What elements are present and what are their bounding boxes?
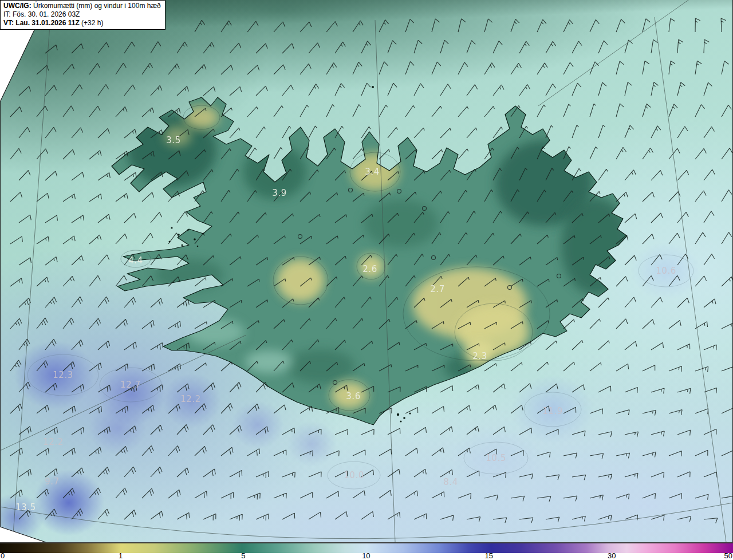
wind-barb	[546, 41, 556, 53]
wind-barb	[89, 64, 100, 74]
wind-barb	[177, 86, 188, 96]
wind-barb	[458, 405, 470, 413]
wind-barb	[230, 514, 242, 520]
wind-barb	[195, 65, 206, 75]
wind-barb	[669, 410, 682, 415]
wind-barb	[326, 491, 339, 498]
wind-barb	[651, 126, 661, 138]
wind-barb	[669, 61, 675, 74]
wind-barb	[203, 514, 216, 520]
wind-barb	[484, 405, 496, 413]
wind-barb	[63, 488, 74, 498]
wind-barb	[89, 275, 100, 286]
wind-barb	[247, 404, 259, 413]
wind-barb	[563, 104, 570, 117]
wind-barb	[484, 449, 497, 456]
wind-barb	[722, 366, 733, 372]
colorbar-tick: 5	[241, 552, 245, 560]
wind-barb	[590, 62, 599, 74]
wind-barb	[195, 446, 206, 456]
wind-barb	[546, 84, 556, 96]
wind-barb	[124, 342, 136, 350]
wind-barb	[651, 472, 664, 478]
wind-barb	[353, 105, 361, 117]
wind-barb	[10, 148, 21, 159]
wind-barb	[72, 297, 82, 307]
wind-barb	[10, 318, 22, 329]
wind-barb	[669, 148, 680, 159]
wind-barb	[10, 360, 21, 371]
colorbar-tick: 10	[362, 552, 370, 560]
wind-barb	[309, 429, 321, 435]
wind-barb	[203, 383, 215, 393]
wind-barb	[643, 320, 655, 329]
wind-barb	[19, 127, 30, 138]
wind-barb	[519, 41, 529, 53]
wind-barb	[467, 471, 479, 477]
wind-barb	[116, 194, 128, 202]
wind-barb	[142, 405, 154, 414]
wind-barb	[72, 44, 83, 53]
wind-barb	[203, 469, 215, 477]
wind-barb	[98, 214, 110, 223]
wind-barb	[37, 489, 49, 498]
wind-barb	[361, 429, 374, 435]
wind-barb	[98, 42, 109, 53]
wind-barb	[572, 125, 579, 138]
wind-barb	[124, 213, 136, 223]
wind-barb	[669, 321, 681, 329]
wind-barb	[511, 362, 522, 371]
wind-barb	[98, 255, 109, 265]
wind-barb	[467, 385, 479, 392]
wind-barb	[256, 471, 269, 478]
wind-barb	[704, 518, 718, 523]
wind-barb	[598, 474, 612, 479]
wind-barb	[247, 21, 258, 32]
wind-barb	[116, 107, 127, 117]
wind-barb	[203, 86, 215, 96]
wind-barb	[168, 321, 181, 329]
wind-barb	[89, 447, 101, 456]
wind-barb	[590, 453, 604, 459]
wind-barb	[440, 128, 451, 138]
wind-barb	[458, 448, 470, 456]
wind-barb	[511, 496, 525, 501]
wind-barb	[282, 44, 294, 53]
wind-barb	[484, 107, 494, 117]
wind-barb	[590, 409, 603, 415]
wind-barb	[651, 388, 664, 393]
wind-barb	[300, 406, 313, 413]
wind-barb	[695, 276, 707, 286]
wind-barb	[19, 339, 30, 350]
wind-barb	[142, 445, 153, 456]
wind-barb	[72, 384, 84, 392]
wind-barb	[695, 232, 706, 244]
wind-barb	[256, 44, 267, 53]
wind-barb	[625, 82, 632, 96]
wind-barb	[511, 405, 523, 413]
map-title-box: UWC/IG: Úrkomumætti (mm) og vindur i 100…	[0, 0, 165, 30]
wind-barb	[309, 512, 321, 519]
wind-barb	[89, 235, 101, 244]
wind-barb	[98, 427, 110, 435]
wind-barb	[19, 258, 31, 265]
wind-barb	[388, 41, 396, 53]
wind-barb	[537, 496, 551, 502]
wind-barb	[19, 298, 30, 307]
wind-barb	[19, 215, 31, 223]
wind-barb	[458, 494, 471, 499]
wind-barb	[89, 318, 101, 329]
wind-barb	[440, 470, 453, 477]
wind-barb	[142, 192, 154, 202]
wind-barb	[484, 19, 492, 32]
wind-barb	[625, 432, 639, 437]
wind-barb	[45, 339, 56, 350]
wind-barb	[537, 362, 548, 371]
wind-barb	[63, 406, 76, 413]
wind-barb	[414, 40, 422, 53]
wind-barb	[563, 362, 574, 371]
wind-barb	[10, 236, 22, 244]
wind-barb	[151, 511, 163, 519]
wind-barb	[230, 470, 242, 477]
wind-barb	[177, 468, 189, 477]
